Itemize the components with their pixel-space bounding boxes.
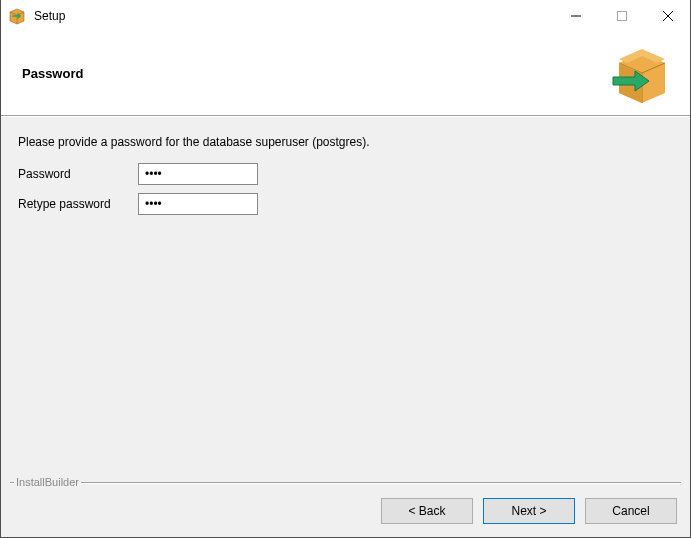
app-icon: [8, 7, 26, 25]
titlebar: Setup: [0, 0, 691, 32]
cancel-button[interactable]: Cancel: [585, 498, 677, 524]
retype-password-label: Retype password: [18, 197, 138, 211]
page-header: Password: [0, 32, 691, 116]
retype-password-input[interactable]: [138, 193, 258, 215]
svg-rect-1: [618, 12, 627, 21]
box-arrow-icon: [609, 41, 675, 107]
page-title: Password: [22, 66, 83, 81]
password-input[interactable]: [138, 163, 258, 185]
divider: [10, 482, 681, 484]
next-button[interactable]: Next >: [483, 498, 575, 524]
installbuilder-brand: InstallBuilder: [14, 476, 81, 488]
close-button[interactable]: [645, 0, 691, 32]
content-area: Please provide a password for the databa…: [0, 116, 691, 474]
instruction-text: Please provide a password for the databa…: [18, 135, 673, 149]
button-row: < Back Next > Cancel: [381, 498, 677, 524]
minimize-button[interactable]: [553, 0, 599, 32]
retype-password-row: Retype password: [18, 193, 673, 215]
back-button[interactable]: < Back: [381, 498, 473, 524]
password-row: Password: [18, 163, 673, 185]
window-title: Setup: [34, 9, 553, 23]
window-controls: [553, 0, 691, 32]
password-label: Password: [18, 167, 138, 181]
footer: InstallBuilder < Back Next > Cancel: [0, 474, 691, 538]
maximize-button: [599, 0, 645, 32]
